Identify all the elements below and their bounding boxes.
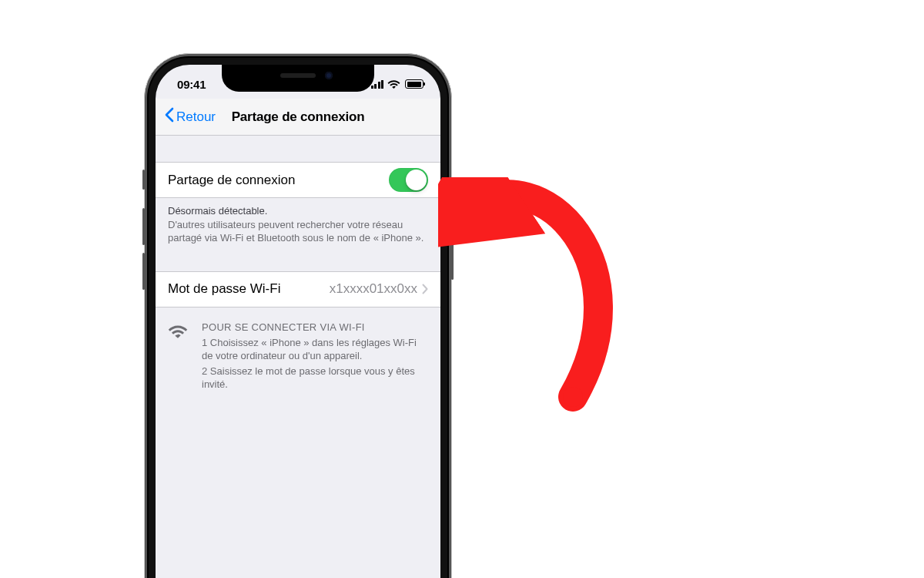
instructions-step-1: 1 Choisissez « iPhone » dans les réglage… [202, 336, 428, 363]
svg-point-0 [563, 387, 583, 407]
chevron-right-icon [422, 281, 428, 298]
wifi-password-label: Mot de passe Wi-Fi [168, 281, 280, 297]
hotspot-footer: Désormais détectable. D'autres utilisate… [156, 198, 440, 245]
wifi-instructions: POUR SE CONNECTER VIA WI-FI 1 Choisissez… [156, 307, 440, 401]
instructions-step-2: 2 Saisissez le mot de passe lorsque vous… [202, 365, 428, 391]
phone-volume-down [142, 253, 145, 290]
phone-frame: 09:41 Retour Partage de connexio [144, 53, 452, 578]
nav-bar: Retour Partage de connexion [156, 99, 440, 136]
footer-line2: D'autres utilisateurs peuvent rechercher… [168, 218, 428, 245]
phone-volume-up [142, 208, 145, 245]
settings-content: Partage de connexion Désormais détectabl… [156, 136, 440, 401]
phone-screen: 09:41 Retour Partage de connexio [156, 65, 440, 578]
phone-power-button [451, 220, 454, 280]
wifi-password-value: x1xxxx01xx0xx [330, 281, 422, 297]
status-time: 09:41 [171, 78, 206, 91]
hotspot-toggle[interactable] [389, 168, 428, 192]
back-button[interactable]: Retour [160, 99, 216, 135]
hotspot-row[interactable]: Partage de connexion [156, 162, 440, 198]
footer-line1: Désormais détectable. [168, 204, 428, 218]
back-label: Retour [176, 109, 216, 125]
canvas: 09:41 Retour Partage de connexio [0, 0, 924, 578]
wifi-icon [387, 78, 400, 91]
phone-notch [222, 65, 374, 92]
nav-title: Partage de connexion [232, 109, 365, 125]
chevron-left-icon [165, 107, 174, 126]
battery-icon [405, 79, 424, 89]
wifi-icon [168, 321, 189, 393]
hotspot-label: Partage de connexion [168, 173, 295, 188]
instructions-title: POUR SE CONNECTER VIA WI-FI [202, 321, 428, 333]
annotation-arrow [438, 177, 669, 427]
wifi-password-row[interactable]: Mot de passe Wi-Fi x1xxxx01xx0xx [156, 271, 440, 307]
phone-mute-switch [142, 170, 145, 190]
